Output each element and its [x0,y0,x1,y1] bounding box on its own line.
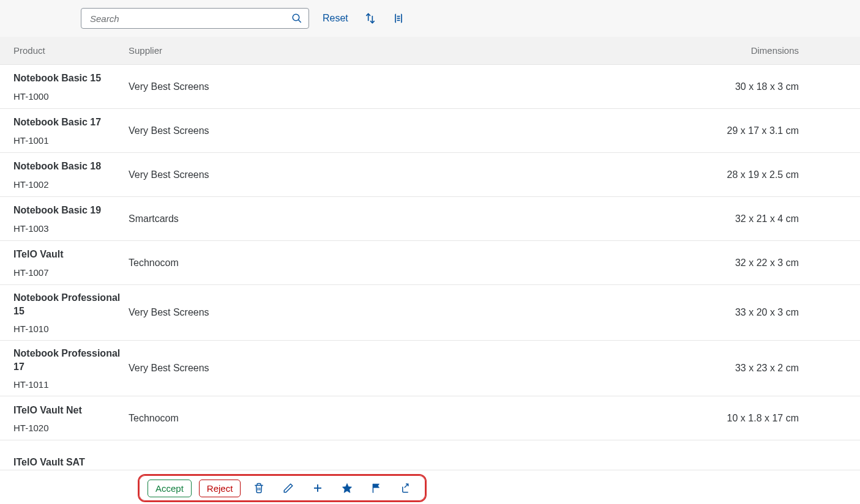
cell-supplier: Technocom [129,258,664,269]
product-name: Notebook Professional 15 [13,291,129,317]
table-row[interactable]: Notebook Professional 15HT-1010Very Best… [0,285,860,341]
search-wrapper [81,8,309,29]
star-icon [342,483,353,494]
delete-button[interactable] [248,478,270,498]
edit-button[interactable] [277,478,299,498]
cell-supplier: Very Best Screens [129,81,664,92]
svg-line-10 [405,484,408,487]
svg-point-0 [293,14,299,21]
sort-button[interactable] [362,10,379,27]
cell-product: Notebook Basic 15HT-1000 [0,72,129,102]
product-name: ITelO Vault [13,248,129,261]
cell-dimensions: 28 x 19 x 2.5 cm [664,169,860,180]
product-name: Notebook Professional 17 [13,347,129,373]
table-row[interactable]: Notebook Basic 18HT-1002Very Best Screen… [0,153,860,197]
cell-product: ITelO Vault NetHT-1020 [0,404,129,434]
reset-button[interactable]: Reset [320,10,351,26]
cell-dimensions: 30 x 18 x 3 cm [664,81,860,92]
flag-icon [371,483,382,494]
plus-icon [312,483,323,494]
table-row[interactable]: ITelO Vault NetHT-1020Technocom10 x 1.8 … [0,396,860,440]
column-header-dimensions[interactable]: Dimensions [664,45,860,56]
toolbar: Reset [0,0,860,37]
cell-dimensions: 32 x 21 x 4 cm [664,213,860,224]
table-row[interactable]: ITelO VaultHT-1007Technocom32 x 22 x 3 c… [0,241,860,285]
product-name: Notebook Basic 17 [13,116,129,129]
cell-dimensions: 33 x 23 x 2 cm [664,363,860,374]
cell-dimensions: 32 x 22 x 3 cm [664,258,860,269]
product-id: HT-1020 [13,423,129,433]
footer-bar: Accept Reject [0,470,860,504]
trash-icon [253,483,264,494]
column-header-product[interactable]: Product [0,45,129,56]
product-name: Notebook Basic 19 [13,204,129,217]
search-icon [291,13,302,24]
share-icon [400,483,411,494]
cell-supplier: Very Best Screens [129,307,664,318]
table-row[interactable]: Notebook Basic 15HT-1000Very Best Screen… [0,65,860,109]
cell-dimensions: 10 x 1.8 x 17 cm [664,413,860,424]
favorite-button[interactable] [336,478,358,498]
product-name: Notebook Basic 18 [13,160,129,173]
svg-marker-9 [343,484,352,493]
share-button[interactable] [395,478,417,498]
cell-dimensions: 33 x 20 x 3 cm [664,307,860,318]
cell-dimensions: 29 x 17 x 3.1 cm [664,125,860,136]
accept-button[interactable]: Accept [148,480,192,497]
cell-product: ITelO VaultHT-1007 [0,248,129,278]
cell-product: Notebook Basic 17HT-1001 [0,116,129,146]
table-header: Product Supplier Dimensions [0,37,860,65]
cell-product: Notebook Professional 15HT-1010 [0,291,129,334]
cell-supplier: Technocom [129,413,664,424]
product-name: ITelO Vault Net [13,404,129,417]
flag-button[interactable] [365,478,387,498]
product-id: HT-1010 [13,324,129,334]
sort-icon [364,12,376,24]
cell-product: Notebook Basic 18HT-1002 [0,160,129,190]
product-id: HT-1001 [13,135,129,146]
cell-product: Notebook Professional 17HT-1011 [0,347,129,390]
product-id: HT-1003 [13,223,129,234]
table-row[interactable]: Notebook Basic 19HT-1003Smartcards32 x 2… [0,197,860,241]
product-name: Notebook Basic 15 [13,72,129,85]
details-icon [392,12,405,24]
column-header-supplier[interactable]: Supplier [129,45,664,56]
cell-supplier: Smartcards [129,213,664,224]
cell-supplier: Very Best Screens [129,125,664,136]
cell-supplier: Very Best Screens [129,169,664,180]
cell-supplier: Very Best Screens [129,363,664,374]
product-id: HT-1000 [13,91,129,102]
table-row[interactable]: Notebook Basic 17HT-1001Very Best Screen… [0,109,860,153]
cell-product: ITelO Vault SAT [0,456,129,469]
product-id: HT-1002 [13,179,129,190]
product-id: HT-1007 [13,267,129,278]
product-id: HT-1011 [13,379,129,390]
reject-button[interactable]: Reject [199,480,241,497]
cell-product: Notebook Basic 19HT-1003 [0,204,129,234]
action-group: Accept Reject [138,474,427,502]
product-name: ITelO Vault SAT [13,456,129,469]
table-row[interactable]: Notebook Professional 17HT-1011Very Best… [0,341,860,396]
search-input[interactable] [81,8,309,29]
add-button[interactable] [307,478,329,498]
details-button[interactable] [390,10,407,27]
search-icon-button[interactable] [288,10,305,27]
table-body: Notebook Basic 15HT-1000Very Best Screen… [0,65,860,484]
svg-line-1 [298,20,301,23]
pencil-icon [283,483,294,494]
